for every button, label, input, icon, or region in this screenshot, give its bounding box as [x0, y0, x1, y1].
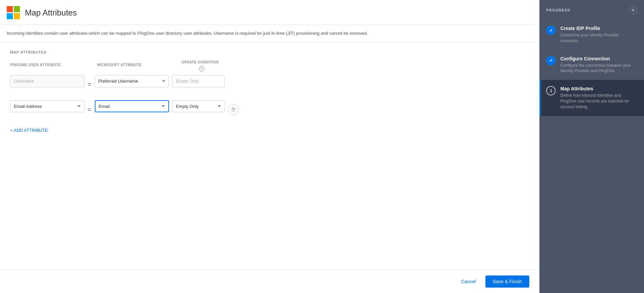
col-pingone-label: PINGONE USER ATTRIBUTE: [10, 63, 84, 67]
svg-rect-1: [14, 6, 20, 12]
cancel-button[interactable]: Cancel: [457, 276, 480, 287]
col-condition-label: UPDATE CONDITION: [181, 60, 219, 64]
page-title: Map Attributes: [25, 8, 77, 18]
equals-sign-0: =: [88, 81, 91, 88]
sidebar-step-2[interactable]: ✓ Configure Connection Configure the con…: [539, 50, 644, 80]
trash-icon: [231, 107, 236, 112]
svg-rect-5: [232, 109, 235, 112]
delete-row-1-button[interactable]: [228, 104, 239, 115]
attribute-row-0: = Preferred Username Email Given Name Su…: [10, 74, 529, 93]
sidebar-header: PROGRESS ✕: [539, 0, 644, 20]
condition-placeholder-0: Empty Only: [172, 75, 225, 87]
equals-sign-1: =: [88, 106, 91, 113]
step-2-desc: Configure the connection between your Id…: [560, 63, 637, 74]
sidebar-step-1[interactable]: ✓ Create IDP Profile Customize your Iden…: [539, 20, 644, 50]
close-icon: ✕: [631, 7, 635, 13]
step-2-content: Configure Connection Configure the conne…: [560, 56, 637, 74]
sidebar-steps: ✓ Create IDP Profile Customize your Iden…: [539, 20, 644, 116]
sidebar-step-3[interactable]: 3 Map Attributes Define how inbound iden…: [539, 80, 644, 116]
step-3-desc: Define how inbound identities and PingOn…: [560, 93, 637, 110]
svg-rect-0: [7, 6, 13, 12]
step-3-circle: 3: [546, 86, 556, 95]
step-1-title: Create IDP Profile: [560, 26, 637, 31]
header: Map Attributes: [0, 0, 539, 25]
step-1-content: Create IDP Profile Customize your Identi…: [560, 26, 637, 44]
microsoft-select-1[interactable]: Email Preferred Username Given Name Surn…: [95, 100, 169, 112]
col-microsoft-label: MICROSOFT ATTRIBUTE: [97, 63, 171, 67]
step-3-content: Map Attributes Define how inbound identi…: [560, 86, 637, 110]
section-title: MAP ATTRIBUTES: [10, 50, 529, 54]
svg-rect-2: [7, 13, 13, 19]
content-area: MAP ATTRIBUTES PINGONE USER ATTRIBUTE MI…: [0, 42, 539, 270]
condition-select-1[interactable]: Empty Only Always Never: [172, 100, 225, 112]
progress-label: PROGRESS: [546, 8, 570, 12]
microsoft-select-0[interactable]: Preferred Username Email Given Name Surn…: [95, 75, 169, 87]
save-finish-button[interactable]: Save & Finish: [485, 275, 529, 288]
add-attribute-link[interactable]: + ADD ATTRIBUTE: [10, 128, 48, 133]
pingone-field-0: [10, 75, 84, 87]
step-2-circle: ✓: [546, 56, 556, 65]
step-1-circle: ✓: [546, 26, 556, 35]
svg-rect-3: [14, 13, 20, 19]
attribute-row-1: Email Address Username Given Name Family…: [10, 97, 529, 120]
pingone-select-1[interactable]: Email Address Username Given Name Family…: [10, 100, 84, 112]
progress-sidebar: PROGRESS ✕ ✓ Create IDP Profile Customiz…: [539, 0, 644, 293]
step-3-title: Map Attributes: [560, 86, 637, 91]
app-logo: [7, 6, 20, 20]
description-text: Incoming identities contain user attribu…: [0, 25, 539, 42]
close-sidebar-button[interactable]: ✕: [629, 6, 637, 14]
step-2-title: Configure Connection: [560, 56, 637, 61]
condition-help-icon[interactable]: ?: [199, 66, 204, 71]
step-1-desc: Customize your Identity Provider connect…: [560, 32, 637, 44]
footer: Cancel Save & Finish: [0, 270, 539, 293]
main-panel: Map Attributes Incoming identities conta…: [0, 0, 539, 293]
